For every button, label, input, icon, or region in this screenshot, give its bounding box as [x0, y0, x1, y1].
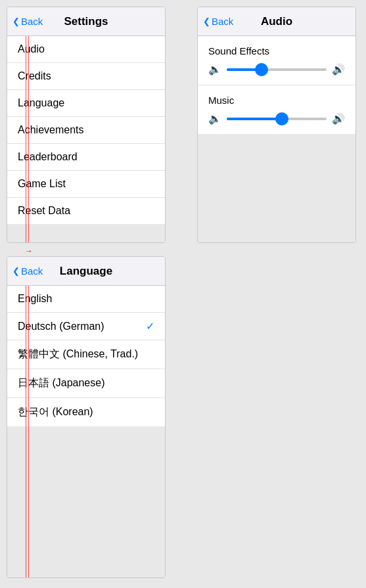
- red-line-left: [26, 36, 26, 243]
- language-item-korean[interactable]: 한국어 (Korean): [7, 398, 165, 426]
- lang-red-line-left: [26, 286, 26, 578]
- settings-back-button[interactable]: ❮ Back: [12, 16, 43, 27]
- settings-item-resetdata[interactable]: Reset Data: [7, 198, 165, 224]
- music-fill: [227, 118, 282, 120]
- music-thumb[interactable]: [275, 112, 288, 125]
- settings-back-label: Back: [21, 16, 43, 27]
- language-empty-area: [7, 426, 165, 578]
- language-item-japanese[interactable]: 日本語 (Japanese): [7, 369, 165, 398]
- settings-empty-area: [7, 224, 165, 243]
- settings-item-language[interactable]: Language: [7, 90, 165, 117]
- annotation-arrow: →: [25, 246, 33, 256]
- audio-header: ❮ Back Audio: [198, 7, 355, 36]
- language-chevron-left-icon: ❮: [12, 266, 20, 276]
- audio-title: Audio: [261, 15, 292, 28]
- settings-item-audio[interactable]: Audio: [7, 36, 165, 63]
- settings-item-achievements[interactable]: Achievements: [7, 117, 165, 144]
- volume-low-icon: 🔈: [208, 63, 221, 76]
- language-korean-label: 한국어 (Korean): [18, 405, 93, 419]
- language-header: ❮ Back Language: [7, 257, 165, 286]
- settings-menu-list: Audio Credits Language Achievements Lead…: [7, 36, 165, 224]
- settings-header: ❮ Back Settings: [7, 7, 165, 36]
- language-english-label: English: [18, 293, 52, 305]
- music-volume-high-icon: 🔊: [332, 112, 345, 125]
- sound-effects-label: Sound Effects: [208, 45, 345, 57]
- music-slider[interactable]: [227, 118, 327, 120]
- language-chinese-label: 繁體中文 (Chinese, Trad.): [18, 348, 138, 361]
- language-item-chinese[interactable]: 繁體中文 (Chinese, Trad.): [7, 340, 165, 369]
- audio-chevron-left-icon: ❮: [203, 16, 210, 26]
- language-back-button[interactable]: ❮ Back: [12, 265, 43, 277]
- red-line-left2: [28, 36, 29, 243]
- audio-back-button[interactable]: ❮ Back: [203, 16, 233, 27]
- music-section: Music 🔈 🔊: [198, 85, 355, 134]
- music-volume-low-icon: 🔈: [208, 112, 221, 125]
- language-german-checkmark: ✓: [146, 320, 154, 332]
- audio-empty-area: [198, 134, 355, 243]
- language-german-label: Deutsch (German): [18, 321, 104, 332]
- lang-red-line-left2: [28, 286, 29, 578]
- language-japanese-label: 日本語 (Japanese): [18, 376, 105, 390]
- music-slider-row: 🔈 🔊: [208, 112, 345, 125]
- language-back-label: Back: [21, 265, 43, 277]
- language-item-english[interactable]: English: [7, 286, 165, 313]
- sound-effects-slider[interactable]: [227, 68, 327, 71]
- settings-item-gamelist[interactable]: Game List: [7, 171, 165, 198]
- settings-title: Settings: [64, 15, 108, 28]
- sound-effects-section: Sound Effects 🔈 🔊: [198, 36, 355, 85]
- music-label: Music: [208, 95, 345, 106]
- audio-panel: ❮ Back Audio Sound Effects 🔈 🔊 Music 🔈 🔊: [197, 7, 356, 243]
- volume-high-icon: 🔊: [332, 63, 345, 76]
- sound-effects-thumb[interactable]: [255, 63, 268, 76]
- language-item-german[interactable]: Deutsch (German) ✓: [7, 313, 165, 340]
- settings-item-leaderboard[interactable]: Leaderboard: [7, 144, 165, 171]
- language-list: English Deutsch (German) ✓ 繁體中文 (Chinese…: [7, 286, 165, 426]
- language-panel: ❮ Back Language English Deutsch (German)…: [7, 256, 166, 578]
- language-title: Language: [60, 265, 112, 278]
- chevron-left-icon: ❮: [12, 16, 20, 26]
- audio-back-label: Back: [212, 16, 233, 27]
- sound-effects-slider-row: 🔈 🔊: [208, 63, 345, 76]
- settings-panel: ❮ Back Settings Audio Credits Language A…: [7, 7, 166, 243]
- settings-item-credits[interactable]: Credits: [7, 63, 165, 90]
